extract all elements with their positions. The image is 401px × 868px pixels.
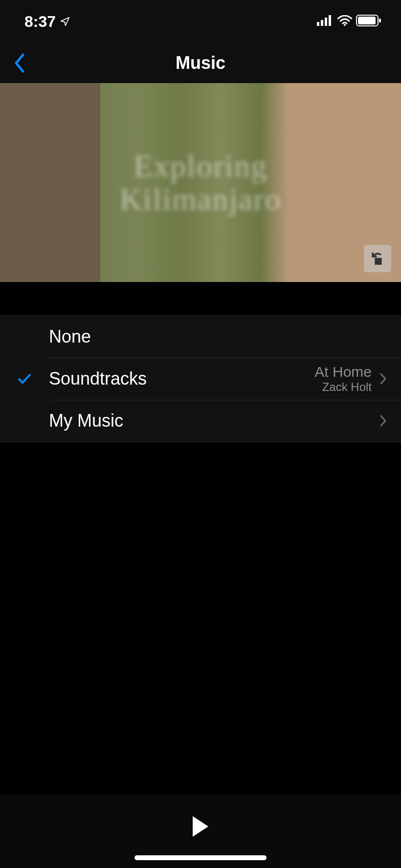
svg-rect-8 [375, 258, 381, 265]
wifi-icon [337, 15, 352, 28]
status-right [317, 15, 381, 28]
list-item-my-music[interactable]: My Music [0, 400, 401, 442]
page-title: Music [176, 53, 225, 73]
svg-rect-2 [325, 18, 327, 26]
svg-rect-7 [379, 19, 381, 22]
svg-rect-1 [321, 20, 323, 26]
undo-icon [369, 250, 386, 267]
list-item-label: Soundtracks [49, 369, 314, 389]
status-left: 8:37 [24, 13, 70, 31]
bottom-toolbar [0, 795, 401, 868]
home-indicator[interactable] [134, 855, 267, 860]
list-item-detail: At Home Zack Holt [314, 364, 372, 394]
list-item-none[interactable]: None [0, 316, 401, 358]
svg-rect-6 [358, 17, 376, 24]
cellular-signal-icon [317, 15, 334, 28]
chevron-right-icon [379, 371, 389, 386]
nav-bar: Music [0, 43, 401, 83]
status-time: 8:37 [24, 13, 56, 31]
list-item-label: None [49, 326, 389, 347]
soundtrack-title: At Home [314, 364, 372, 381]
check-icon [17, 371, 32, 387]
chevron-left-icon [13, 53, 26, 73]
play-button[interactable] [186, 812, 215, 841]
preview-overlay-text: Exploring Kilimanjaro [119, 150, 281, 215]
soundtrack-artist: Zack Holt [314, 380, 372, 394]
battery-icon [356, 15, 381, 28]
back-button[interactable] [8, 51, 31, 75]
list-item-soundtracks[interactable]: Soundtracks At Home Zack Holt [0, 358, 401, 400]
chevron-right-icon [379, 413, 389, 428]
svg-rect-0 [317, 22, 319, 26]
play-icon [191, 815, 210, 838]
music-options-list: None Soundtracks At Home Zack Holt My Mu… [0, 315, 401, 442]
video-preview[interactable]: Exploring Kilimanjaro [0, 83, 401, 282]
status-bar: 8:37 [0, 0, 401, 43]
undo-button[interactable] [364, 245, 391, 272]
svg-point-4 [344, 24, 346, 26]
svg-rect-3 [329, 15, 331, 26]
location-arrow-icon [60, 13, 70, 31]
list-item-label: My Music [49, 411, 379, 431]
